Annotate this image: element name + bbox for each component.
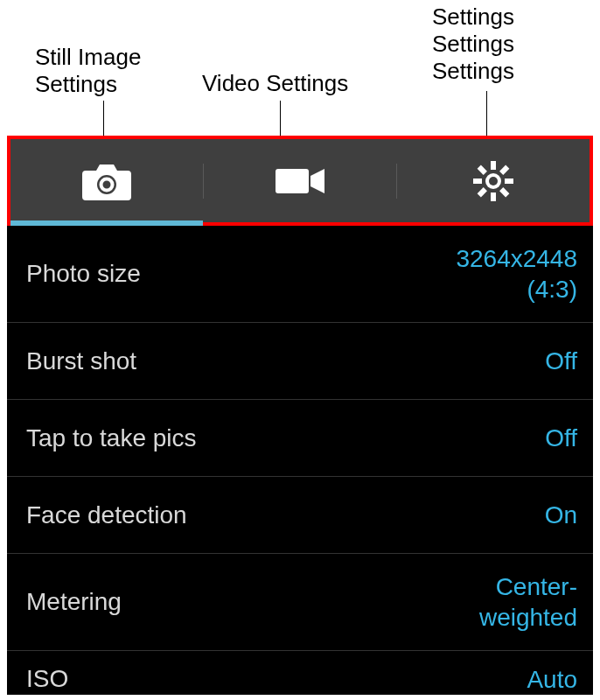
setting-value: Center- weighted	[479, 571, 577, 633]
setting-value: Auto	[527, 664, 577, 695]
setting-value: On	[545, 500, 577, 530]
annotation-gear-label: Settings Settings Settings	[432, 4, 514, 86]
svg-rect-8	[499, 164, 509, 174]
svg-point-12	[489, 177, 498, 186]
setting-metering[interactable]: Metering Center- weighted	[7, 554, 593, 651]
annotation-line-gear	[486, 91, 487, 136]
setting-label: Face detection	[26, 501, 187, 529]
svg-rect-6	[473, 178, 482, 184]
setting-photo-size[interactable]: Photo size 3264x2448 (4:3)	[7, 226, 593, 323]
setting-value: Off	[545, 346, 577, 376]
setting-burst-shot[interactable]: Burst shot Off	[7, 323, 593, 400]
svg-rect-7	[505, 178, 513, 184]
settings-list: Photo size 3264x2448 (4:3) Burst shot Of…	[7, 226, 593, 695]
annotation-still-label: Still Image Settings	[35, 44, 141, 98]
annotation-layer: Still Image Settings Video Settings Sett…	[0, 0, 600, 136]
annotation-line-video	[280, 101, 281, 136]
setting-value: Off	[545, 423, 577, 453]
setting-label: Photo size	[26, 260, 141, 288]
setting-value: 3264x2448 (4:3)	[456, 243, 577, 304]
setting-label: Burst shot	[26, 347, 136, 375]
video-icon	[276, 165, 324, 197]
camera-icon	[82, 162, 131, 200]
tab-still-image[interactable]	[10, 139, 203, 222]
gear-icon	[473, 161, 513, 201]
tab-video[interactable]	[204, 139, 396, 222]
setting-label: Tap to take pics	[26, 424, 197, 452]
settings-tab-bar	[7, 136, 593, 226]
setting-face-detection[interactable]: Face detection On	[7, 477, 593, 554]
annotation-line-still	[103, 101, 104, 136]
setting-tap-to-take-pics[interactable]: Tap to take pics Off	[7, 400, 593, 477]
setting-iso[interactable]: ISO Auto	[7, 651, 593, 695]
tab-settings[interactable]	[397, 139, 590, 222]
setting-label: Metering	[26, 588, 122, 616]
svg-rect-2	[276, 169, 309, 193]
svg-rect-10	[478, 164, 487, 174]
annotation-video-label: Video Settings	[202, 70, 348, 97]
svg-rect-4	[491, 161, 496, 170]
svg-rect-9	[478, 187, 487, 197]
setting-label: ISO	[26, 665, 68, 693]
svg-rect-11	[499, 187, 509, 197]
svg-rect-5	[491, 192, 496, 201]
